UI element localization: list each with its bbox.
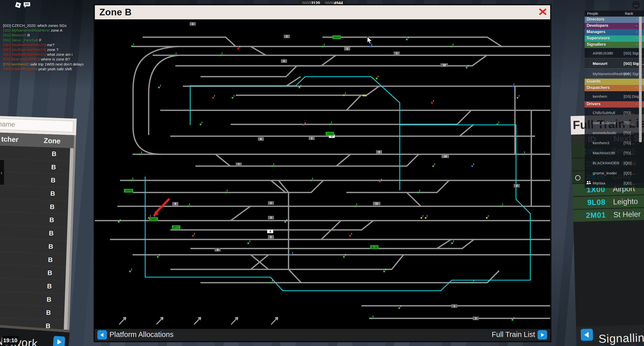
signal-lamp-g[interactable]	[329, 124, 331, 125]
signal-lamp-g[interactable]	[500, 206, 502, 207]
network-next-button[interactable]	[53, 336, 65, 346]
full-train-list-label[interactable]: Full Train List	[492, 330, 535, 339]
signal-lamp-g[interactable]	[248, 242, 249, 244]
signal-lamp-g[interactable]	[310, 180, 312, 181]
dispatcher-row[interactable]: B	[0, 225, 69, 241]
player-list-category-dispatchers[interactable]: Dispatchers-	[585, 85, 644, 91]
signal-lamp-g[interactable]	[271, 165, 273, 167]
signal-lamp-g[interactable]	[522, 154, 524, 155]
signal-lamp-g[interactable]	[158, 87, 160, 88]
signal-lamp-g[interactable]	[270, 282, 272, 284]
signal-lamp-g[interactable]	[497, 124, 498, 125]
signal-lamp-g[interactable]	[174, 55, 176, 56]
signal-lamp-g[interactable]	[376, 78, 378, 79]
signal-lamp-g[interactable]	[417, 192, 419, 193]
signal-lamp-g[interactable]	[512, 319, 513, 321]
dispatcher-row[interactable]: B	[0, 291, 67, 307]
train-row[interactable]: 9L08Leighto	[573, 195, 644, 209]
signal-lamp-y[interactable]	[425, 217, 427, 219]
signal-lamp-y[interactable]	[343, 94, 345, 96]
signal-lamp-g[interactable]	[139, 154, 141, 155]
signal-lamp-g[interactable]	[354, 206, 356, 207]
dispatcher-row[interactable]: B	[0, 238, 69, 254]
dispatcher-row[interactable]: B	[0, 172, 71, 188]
signal-lamp-y[interactable]	[421, 217, 422, 219]
dispatcher-row[interactable]: B	[0, 211, 70, 227]
train-headcode[interactable]: 1X00	[326, 132, 334, 136]
player-list-entry[interactable]: kemhem[DS] Disp…	[585, 91, 644, 101]
signal-lamp-g[interactable]	[371, 318, 373, 319]
train-headcode[interactable]: 2S10	[332, 35, 341, 39]
dispatcher-search-input[interactable]: n name	[0, 118, 73, 132]
signal-lamp-g[interactable]	[232, 97, 233, 99]
player-list-scrollbar[interactable]	[639, 17, 642, 142]
dispatcher-row[interactable]: B	[0, 264, 68, 280]
player-list-entry[interactable]: AIRBUS380[SG] Sign…	[585, 48, 644, 58]
signal-lamp-r[interactable]	[192, 235, 194, 237]
platform-allocations-label[interactable]: Platform Allocations	[109, 330, 174, 339]
player-list-entry[interactable]: MyNameIsntRealHere[SG] Sign…	[585, 69, 644, 79]
player-list-entry[interactable]: emmettclouds[TD]…	[585, 128, 644, 138]
player-list-entry[interactable]: gnome_leader[QD]…	[585, 168, 644, 178]
player-list-entry[interactable]: cool_dudeHar[TD]…	[585, 118, 644, 128]
player-list-entry[interactable]: Machinist198[TD]…	[585, 148, 644, 158]
player-list-entry[interactable]: ChillzSubNull[TD]…	[585, 108, 644, 118]
platform-allocations-button[interactable]	[97, 330, 107, 340]
signal-lamp-g[interactable]	[299, 87, 300, 88]
signal-lamp-g[interactable]	[118, 221, 120, 223]
player-list-entry[interactable]: BLACKRAIDER[QD]…	[585, 158, 644, 168]
signal-lamp-g[interactable]	[285, 221, 286, 223]
signal-lamp-g[interactable]	[466, 67, 468, 69]
signal-lamp-g[interactable]	[225, 192, 227, 193]
signal-lamp-g[interactable]	[131, 45, 133, 47]
player-list-entry[interactable]: Mqritaa[QD]…	[585, 178, 644, 188]
player-list-entry[interactable]: Maxuurt[SG] Sign…	[585, 58, 644, 69]
dispatcher-row[interactable]: B	[0, 304, 67, 320]
signal-lamp-r[interactable]	[431, 102, 433, 104]
signalling-back-button[interactable]	[581, 329, 593, 341]
dispatcher-row[interactable]: B	[0, 198, 70, 214]
player-list-category-guards[interactable]: Guards-	[585, 79, 644, 85]
train-headcode[interactable]: 9L08	[370, 245, 378, 249]
dispatcher-row[interactable]: B	[0, 145, 72, 161]
train-headcode[interactable]: 2P17	[172, 225, 180, 229]
signal-lamp-g[interactable]	[517, 97, 518, 99]
signal-lamp-r[interactable]	[237, 48, 239, 50]
signal-lamp-r[interactable]	[349, 235, 351, 237]
player-list-category-developers[interactable]: Developers-	[585, 23, 644, 29]
train-row[interactable]: 2M01St Heler	[573, 208, 644, 222]
signal-lamp-g[interactable]	[398, 307, 400, 309]
signal-lamp-g[interactable]	[220, 55, 222, 56]
more-menu-button[interactable]: ...	[632, 1, 640, 9]
player-list-category-supervisors[interactable]: Supervisors-	[585, 35, 644, 42]
signal-lamp-g[interactable]	[432, 165, 434, 167]
full-train-list-button[interactable]	[538, 330, 547, 340]
signal-lamp-g[interactable]	[451, 242, 453, 244]
signal-lamp-g[interactable]	[406, 39, 408, 40]
dispatcher-row[interactable]: B	[0, 185, 71, 201]
signal-lamp-r[interactable]	[212, 97, 214, 99]
signal-lamp-b[interactable]	[290, 254, 292, 256]
signalling-map[interactable]: 12312106119107282113459132S101X001W052M0…	[95, 19, 550, 329]
signal-lamp-y[interactable]	[486, 217, 488, 219]
dispatcher-expand-tab[interactable]: ›	[0, 160, 4, 185]
signal-lamp-b[interactable]	[512, 85, 513, 87]
signal-lamp-g[interactable]	[157, 256, 159, 258]
train-headcode[interactable]: 1W05	[124, 189, 133, 193]
signal-lamp-r[interactable]	[379, 181, 381, 182]
signal-lamp-g[interactable]	[471, 282, 473, 284]
dispatcher-row[interactable]: B	[0, 159, 72, 175]
signal-lamp-g[interactable]	[187, 206, 189, 207]
signal-lamp-g[interactable]	[200, 124, 202, 125]
signal-lamp-g[interactable]	[343, 256, 345, 258]
signal-lamp-b[interactable]	[370, 46, 371, 47]
signal-lamp-r[interactable]	[303, 124, 305, 126]
chat-toggle-icon[interactable]	[24, 2, 30, 8]
player-list-category-signallers[interactable]: Signallers-	[585, 42, 644, 48]
player-list-category-drivers[interactable]: Drivers-	[585, 101, 644, 108]
player-list-entry[interactable]: kemhem3[TD]…	[585, 138, 644, 148]
signal-lamp-g[interactable]	[131, 180, 132, 181]
signal-lamp-g[interactable]	[383, 271, 385, 272]
close-icon[interactable]: ✕	[538, 6, 548, 18]
player-list-category-directors[interactable]: Directors-	[585, 17, 644, 23]
